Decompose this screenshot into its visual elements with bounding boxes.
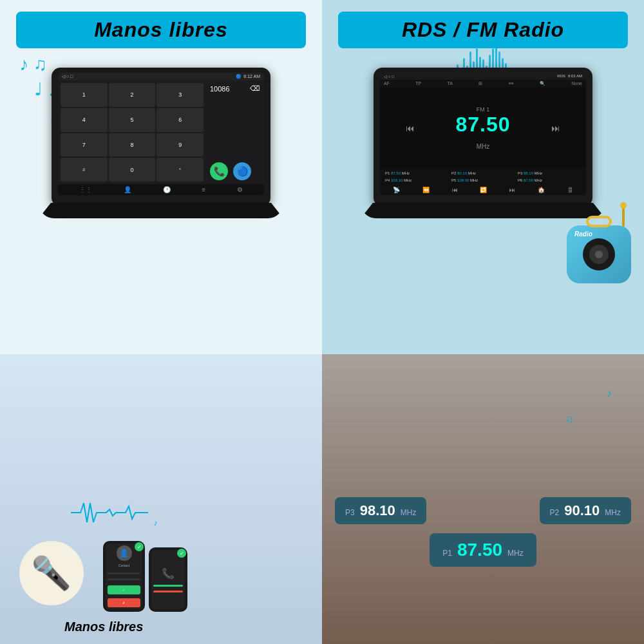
radio-nav-icons: ◁ ○ □	[384, 74, 394, 79]
nav-eq[interactable]: 🎛	[567, 187, 573, 193]
mic-circle: 🎤	[19, 541, 84, 605]
note-left-1: ♪	[153, 518, 157, 527]
radio-stations: P1 87.50 MHz P2 90.10 MHz P3 98.10 MHz P…	[380, 169, 586, 185]
key-8[interactable]: 8	[109, 133, 156, 157]
delete-icon[interactable]: ⌫	[250, 84, 260, 93]
phone-mockup-1: ✓ 👤 Contact ✓ ✗	[103, 541, 145, 612]
radio-statusbar: ◁ ○ □ RDS 8:03 AM	[380, 73, 586, 80]
phone-screen-1: 👤 Contact ✓ ✗	[106, 544, 142, 609]
freq-badges-section: P3 98.10 MHz P2 90.10 MHz P1 87.50 MHz	[328, 497, 638, 567]
dialer-screen: ◁ ○ □ 🔵 8:12 AM 1 2	[58, 73, 264, 195]
nav-wifi[interactable]: 📡	[393, 187, 400, 193]
dialer-status-icons: 🔵 8:12 AM	[236, 74, 260, 79]
radio-body: Radio	[567, 225, 631, 283]
station-p1[interactable]: P1 87.50 MHz	[384, 170, 450, 176]
call-number-display: 10086 ⌫	[210, 84, 260, 93]
nav-skip-next[interactable]: ⏭	[509, 187, 515, 193]
accept-bar	[153, 585, 184, 587]
right-header-title: RDS / FM Radio	[348, 18, 618, 42]
key-9[interactable]: 9	[156, 133, 204, 157]
p3-label: P3	[345, 508, 355, 517]
contact-icon: 👤	[117, 545, 132, 561]
nav-settings[interactable]: ⚙	[237, 186, 243, 193]
freq-badge-p3[interactable]: P3 98.10 MHz	[335, 497, 426, 524]
note-right-1: ♪	[607, 388, 612, 399]
p2-unit: MHz	[605, 508, 621, 517]
radio-antenna	[622, 206, 625, 227]
left-header-title: Manos libres	[26, 18, 296, 42]
phone-screens-group: ✓ 👤 Contact ✓ ✗ ✓ 📞	[103, 541, 187, 612]
call-ring-icon: 📞	[162, 567, 175, 580]
station-p2[interactable]: P2 90.10 MHz	[450, 170, 516, 176]
p1-unit: MHz	[507, 549, 524, 558]
key-hash[interactable]: #	[61, 158, 108, 182]
heartbeat-svg	[71, 500, 148, 526]
key-star[interactable]: *	[156, 158, 204, 182]
key-7[interactable]: 7	[61, 133, 108, 157]
radio-prev-btn[interactable]: ⏮	[406, 123, 415, 133]
note-right-2: ♫	[565, 413, 573, 425]
key-1[interactable]: 1	[61, 83, 108, 107]
freq-badge-p2[interactable]: P2 90.10 MHz	[540, 497, 631, 524]
key-5[interactable]: 5	[109, 108, 156, 132]
radio-speaker-dot	[595, 251, 603, 258]
search-btn[interactable]: 🔍	[540, 81, 545, 86]
nav-home[interactable]: 🏠	[538, 187, 545, 193]
accept-row[interactable]: ✓	[108, 585, 140, 594]
nav-loop[interactable]: 🔁	[480, 187, 487, 193]
dialer-statusbar: ◁ ○ □ 🔵 8:12 AM	[58, 73, 264, 80]
p1-value: 87.50	[457, 540, 502, 560]
tv-btn[interactable]: ⊞	[478, 81, 482, 86]
station-p4[interactable]: P4 106.10 MHz	[384, 177, 450, 184]
nav-skip-prev[interactable]: ⏮	[452, 187, 458, 193]
tp-btn[interactable]: TP	[415, 81, 421, 86]
mhz-unit: MHz	[477, 143, 490, 150]
nav-apps[interactable]: ⋮⋮	[79, 186, 92, 193]
manos-libres-bottom-label: Manos libres	[64, 620, 143, 634]
none-btn[interactable]: None	[571, 81, 582, 86]
p3-value: 98.10	[360, 502, 395, 519]
radio-label: Radio	[574, 231, 592, 238]
call-accept-btn[interactable]: 📞	[210, 162, 228, 180]
dialer-nav-icons: ◁ ○ □	[62, 74, 73, 79]
heartbeat-container: ♪	[71, 500, 157, 528]
reject-row[interactable]: ✗	[108, 598, 140, 607]
p2-value: 90.10	[564, 502, 600, 519]
freq-row-1: P3 98.10 MHz P2 90.10 MHz	[328, 497, 638, 524]
check-badge-1: ✓	[135, 542, 144, 551]
left-panel: Manos libres ♪ ♫ ♩ ♬ ♪ ◁ ○ □ 🔵 8:12 AM	[0, 0, 322, 644]
dialer-content: 1 2 3 4 5 6 7 8 9 # 0 *	[58, 80, 264, 184]
radio-nav-bottom: 📡 ⏪ ⏮ 🔁 ⏭ 🏠 🎛	[380, 185, 586, 195]
p3-unit: MHz	[401, 508, 417, 517]
ta-btn[interactable]: TA	[447, 81, 452, 86]
station-p3[interactable]: P3 98.10 MHz	[516, 170, 582, 176]
key-4[interactable]: 4	[61, 108, 108, 132]
check-badge-2: ✓	[177, 549, 186, 558]
nav-contacts[interactable]: 👤	[124, 186, 131, 193]
left-header-banner: Manos libres	[16, 12, 306, 48]
freq-display-group: FM 1 87.50 MHz	[455, 106, 510, 150]
key-0[interactable]: 0	[109, 158, 156, 182]
phone-mockup-2: ✓ 📞 📳 Incoming Call	[149, 547, 187, 612]
mic-icon: 🎤	[32, 554, 71, 592]
af-btn[interactable]: AF	[384, 81, 390, 86]
eq-btn[interactable]: ≡≡	[508, 81, 513, 86]
key-3[interactable]: 3	[156, 83, 204, 107]
nav-menu[interactable]: ≡	[202, 186, 206, 193]
freq-badge-p1[interactable]: P1 87.50 MHz	[430, 533, 536, 567]
contact-label: Contact	[118, 564, 129, 567]
station-p5[interactable]: P5 108.00 MHz	[450, 177, 516, 184]
bluetooth-btn[interactable]: 🔵	[233, 162, 251, 180]
station-p6[interactable]: P6 87.50 MHz	[516, 177, 582, 184]
nav-prev[interactable]: ⏪	[422, 187, 430, 193]
key-2[interactable]: 2	[109, 83, 156, 107]
frequency-display: 87.50	[455, 113, 510, 137]
radio-status-right: RDS 8:03 AM	[557, 74, 582, 79]
device-outer-right: ◁ ○ □ RDS 8:03 AM AF TP TA ⊞	[374, 68, 592, 207]
radio-next-btn[interactable]: ⏭	[551, 123, 560, 133]
phone-bar-2	[108, 578, 140, 580]
key-6[interactable]: 6	[156, 108, 204, 132]
p1-label: P1	[442, 549, 452, 558]
fm-label: FM 1	[477, 106, 490, 113]
nav-recents[interactable]: 🕐	[163, 186, 171, 193]
